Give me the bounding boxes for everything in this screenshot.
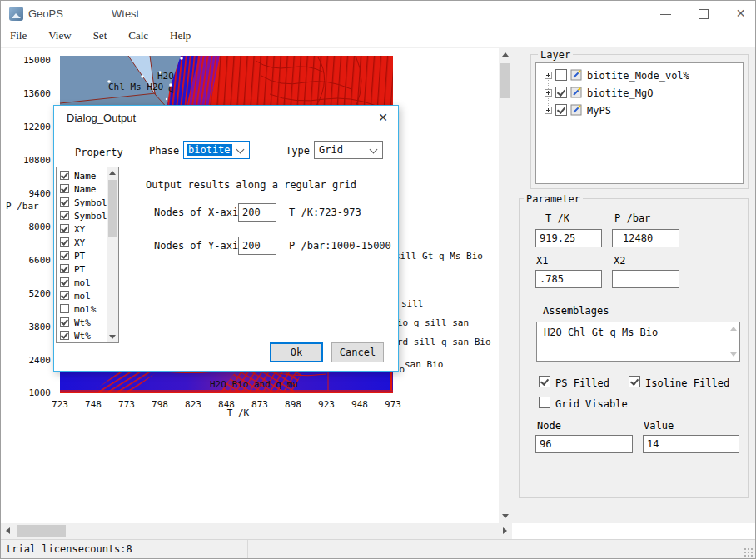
x-nodes-input[interactable] <box>238 203 276 222</box>
layer-row[interactable]: biotite_Mode_vol% <box>536 67 743 83</box>
cancel-button[interactable]: Cancel <box>331 342 384 362</box>
close-button[interactable]: ✕ <box>722 1 756 26</box>
layer-row[interactable]: MyPS <box>536 102 743 118</box>
p-input[interactable] <box>612 229 679 247</box>
scroll-up-icon[interactable] <box>109 171 116 175</box>
property-checkbox[interactable] <box>60 184 69 193</box>
x-tick: 798 <box>147 399 172 410</box>
property-checkbox[interactable] <box>60 197 69 207</box>
dialog-title: Dialog_Output <box>67 112 136 124</box>
y-nodes-input[interactable] <box>238 237 276 255</box>
resize-grip-icon[interactable] <box>744 548 753 557</box>
menu-calc[interactable]: Calc <box>119 26 157 47</box>
property-checkbox[interactable] <box>60 237 69 247</box>
property-checkbox[interactable] <box>60 277 69 287</box>
x-tick: 898 <box>281 399 306 410</box>
tree-expand-icon[interactable] <box>545 107 552 114</box>
property-checkbox[interactable] <box>60 211 69 220</box>
minimize-button[interactable] <box>647 1 684 26</box>
assemblages-box[interactable]: H2O Chl Gt q Ms Bio <box>536 322 740 362</box>
value-input[interactable] <box>643 435 739 453</box>
maximize-button[interactable] <box>684 1 722 26</box>
vertical-scrollbar[interactable] <box>499 47 512 523</box>
scrollbar-thumb[interactable] <box>500 63 510 98</box>
menu-view[interactable]: View <box>39 26 80 47</box>
edit-layer-icon[interactable] <box>570 86 583 98</box>
layer-tree[interactable]: biotite_Mode_vol% biotite_MgO MyPS <box>535 62 744 184</box>
type-combobox[interactable]: Grid <box>314 141 383 159</box>
menu-set[interactable]: Set <box>84 26 117 47</box>
property-list-scrollbar[interactable] <box>107 167 118 342</box>
property-checkbox[interactable] <box>60 264 69 273</box>
tree-expand-icon[interactable] <box>545 89 552 97</box>
layer-visibility-checkbox[interactable] <box>555 104 567 116</box>
phase-combobox[interactable]: biotite <box>183 141 250 159</box>
x-tick: 823 <box>181 399 206 410</box>
ps-filled-checkbox[interactable] <box>539 376 550 387</box>
plot-annotation: io q sill san <box>397 317 469 328</box>
layer-row[interactable]: biotite_MgO <box>536 84 743 101</box>
statusbar-divider <box>247 540 248 559</box>
edit-layer-icon[interactable] <box>570 103 583 116</box>
property-item-label: Wt% <box>74 317 91 328</box>
layer-name: biotite_MgO <box>587 87 653 99</box>
property-checkbox[interactable] <box>60 317 69 327</box>
property-checkbox[interactable] <box>60 251 69 260</box>
x2-input[interactable] <box>612 270 679 288</box>
scroll-down-icon[interactable] <box>730 352 737 357</box>
scroll-up-icon[interactable] <box>502 52 509 57</box>
property-item-label: Wt% <box>74 331 91 342</box>
y-tick: 8000 <box>12 222 51 232</box>
scroll-left-icon[interactable] <box>6 527 10 534</box>
ok-button[interactable]: Ok <box>270 342 323 362</box>
y-nodes-label: Nodes of Y-axis <box>154 240 244 252</box>
isoline-filled-checkbox[interactable] <box>629 376 640 387</box>
x-range-label: T /K:723-973 <box>289 207 361 218</box>
t-input[interactable] <box>535 229 602 247</box>
scroll-down-icon[interactable] <box>109 335 116 339</box>
y-tick: 15000 <box>12 55 51 66</box>
x-tick: 948 <box>347 399 372 410</box>
x-tick: 773 <box>114 399 139 410</box>
y-tick: 9400 <box>12 188 51 199</box>
license-status: trial license <box>6 543 84 555</box>
property-item-label: mol <box>74 277 91 288</box>
menu-help[interactable]: Help <box>161 26 200 47</box>
horizontal-scrollbar[interactable] <box>1 523 512 539</box>
scroll-down-icon[interactable] <box>502 514 509 518</box>
property-item-label: PT <box>74 264 85 275</box>
y-tick: 13600 <box>12 88 51 99</box>
layer-group: Layer biotite_Mode_vol% biotite_MgO <box>530 54 749 189</box>
property-checkbox[interactable] <box>60 291 69 300</box>
property-checkbox[interactable] <box>60 171 69 180</box>
menu-file[interactable]: File <box>1 26 36 47</box>
tree-expand-icon[interactable] <box>545 72 552 79</box>
y-tick: 12200 <box>12 122 51 132</box>
property-item-label: Name <box>74 184 97 195</box>
parameter-group: Parameter T /K P /bar X1 X2 Assemblages … <box>519 198 749 498</box>
scrollbar-thumb[interactable] <box>17 525 66 537</box>
x1-input[interactable] <box>535 270 602 288</box>
scrollbar-thumb[interactable] <box>108 180 117 237</box>
scroll-up-icon[interactable] <box>730 327 737 331</box>
property-checkbox[interactable] <box>60 331 69 340</box>
x-tick: 923 <box>314 399 339 410</box>
property-checkbox[interactable] <box>60 224 69 233</box>
x-axis-label: T /K <box>219 407 257 418</box>
layer-group-label: Layer <box>538 49 573 61</box>
property-list[interactable]: Name Name Symbol Symbol XY XY PT PT mol … <box>56 167 119 343</box>
layer-visibility-checkbox[interactable] <box>555 87 567 98</box>
grid-visable-checkbox[interactable] <box>539 397 550 408</box>
x-tick: 748 <box>81 399 106 410</box>
layer-visibility-checkbox[interactable] <box>555 69 567 81</box>
scroll-right-icon[interactable] <box>503 527 507 534</box>
label-chl-ms-h2o: Chl Ms H2O <box>108 82 163 92</box>
app-title: GeoPS <box>28 7 63 20</box>
label-bottom-assemblage: H2O Bio and q mu <box>210 379 298 390</box>
property-checkbox[interactable] <box>60 304 69 313</box>
node-input[interactable] <box>535 435 633 453</box>
dialog-close-icon[interactable]: ✕ <box>378 111 388 124</box>
x-nodes-label: Nodes of X-axis <box>154 207 244 218</box>
edit-layer-icon[interactable] <box>570 68 583 81</box>
x2-label: X2 <box>614 255 625 267</box>
